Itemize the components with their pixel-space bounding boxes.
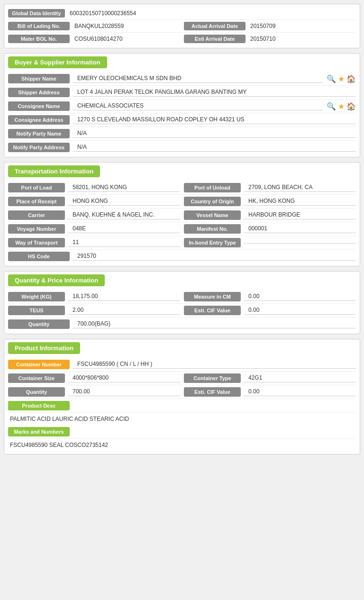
notify-party-name-value: N/A [73, 130, 356, 138]
container-size-type-row: Container Size 4000*806*800 Container Ty… [8, 372, 356, 385]
in-bond-entry-half: In-bond Entry Type [184, 238, 356, 247]
product-cif-half: Esti. CIF Value 0.00 [184, 387, 356, 397]
voyage-number-value: 048E [68, 225, 180, 233]
notify-party-address-row: Notify Party Address N/A [8, 141, 356, 154]
bill-of-lading-half: Bill of Lading No. BANQKUL2028559 [8, 22, 180, 30]
in-bond-entry-label: In-bond Entry Type [184, 238, 241, 247]
search-icon-2[interactable]: 🔍 [327, 102, 336, 111]
port-of-unload-label: Port of Unload [184, 183, 241, 192]
product-cif-label: Esti. CIF Value [184, 387, 241, 397]
port-load-unload-row: Port of Load 58201, HONG KONG Port of Un… [8, 181, 356, 195]
search-icon[interactable]: 🔍 [327, 74, 336, 83]
port-of-unload-half: Port of Unload 2709, LONG BEACH, CA [184, 183, 356, 192]
weight-kg-half: Weight (KG) 18,175.00 [8, 292, 180, 301]
marks-numbers-label: Marks and Numbers [8, 427, 70, 436]
esti-cif-half: Esti. CIF Value 0.00 [184, 306, 356, 315]
product-desc-value: PALMITIC ACID LAURIC ACID STEARIC ACID [8, 413, 356, 425]
star-icon[interactable]: ★ [338, 74, 345, 83]
shipper-name-label: Shipper Name [8, 74, 70, 83]
way-of-transport-value: 11 [68, 239, 180, 247]
container-type-value: 42G1 [244, 374, 356, 382]
transportation-title: Transportation Information [8, 165, 100, 177]
teus-label: TEUS [8, 306, 65, 315]
global-data-value: 600320150710000236554 [65, 10, 136, 17]
place-of-receipt-value: HONG KONG [68, 198, 180, 206]
measure-cm-value: 0.00 [244, 293, 356, 301]
buyer-supplier-header: Buyer & Supplier Information [8, 56, 356, 68]
port-of-load-value: 58201, HONG KONG [68, 184, 180, 192]
voyage-number-label: Voyage Number [8, 224, 65, 234]
notify-party-address-label: Notify Party Address [8, 143, 70, 152]
place-of-receipt-half: Place of Receipt HONG KONG [8, 197, 180, 206]
manifest-no-half: Manifest No. 000001 [184, 224, 356, 234]
shipper-name-value: EMERY OLEOCHEMICALS M SDN BHD [73, 75, 323, 83]
quantity-price-card: Quantity & Price Information Weight (KG)… [4, 271, 360, 334]
esti-cif-label: Esti. CIF Value [184, 306, 241, 315]
container-size-label: Container Size [8, 373, 65, 383]
voyage-number-half: Voyage Number 048E [8, 224, 180, 234]
port-of-unload-value: 2709, LONG BEACH, CA [244, 184, 356, 192]
mater-bol-label: Mater BOL No. [8, 35, 70, 43]
consignee-name-label: Consignee Name [8, 101, 70, 111]
product-desc-row: Product Desc [8, 399, 356, 413]
transportation-card: Transportation Information Port of Load … [4, 162, 360, 266]
transportation-header: Transportation Information [8, 165, 356, 177]
shipper-address-row: Shipper Address LOT 4 JALAN PERAK TELOK … [8, 86, 356, 100]
place-of-receipt-label: Place of Receipt [8, 197, 65, 206]
notify-party-name-label: Notify Party Name [8, 129, 70, 138]
product-header: Product Information [8, 342, 356, 354]
consignee-name-row: Consignee Name CHEMICAL ASSOCIATES 🔍 ★ 🏠 [8, 100, 356, 113]
hs-code-row: HS Code 291570 [8, 250, 356, 263]
mater-esti-row: Mater BOL No. COSU6108014270 Esti Arriva… [8, 33, 356, 45]
bill-of-lading-value: BANQKUL2028559 [70, 23, 124, 29]
identity-card: Global Data Identity 6003201507100002365… [4, 4, 360, 48]
mater-bol-value: COSU6108014270 [70, 36, 122, 42]
home-icon-2[interactable]: 🏠 [346, 102, 356, 111]
measure-cm-label: Measure in CM [184, 292, 241, 301]
consignee-address-row: Consignee Address 1270 S CLEVELAND MASSI… [8, 113, 356, 127]
notify-party-address-value: N/A [73, 144, 356, 152]
container-type-half: Container Type 42G1 [184, 373, 356, 383]
product-title: Product Information [8, 342, 80, 354]
port-of-load-label: Port of Load [8, 183, 65, 192]
voyage-manifest-row: Voyage Number 048E Manifest No. 000001 [8, 222, 356, 236]
hs-code-label: HS Code [8, 252, 70, 261]
buyer-supplier-card: Buyer & Supplier Information Shipper Nam… [4, 53, 360, 157]
notify-party-name-row: Notify Party Name N/A [8, 127, 356, 141]
carrier-half: Carrier BANQ, KUEHNE & NAGEL INC. [8, 210, 180, 220]
consignee-name-icons: 🔍 ★ 🏠 [327, 102, 356, 111]
vessel-name-half: Vessel Name HARBOUR BRIDGE [184, 210, 356, 220]
weight-measure-row: Weight (KG) 18,175.00 Measure in CM 0.00 [8, 290, 356, 304]
actual-arrival-half: Actual Arrival Date 20150709 [184, 22, 356, 30]
carrier-value: BANQ, KUEHNE & NAGEL INC. [68, 211, 180, 219]
product-qty-value: 700.00 [68, 388, 180, 396]
consignee-name-value: CHEMICAL ASSOCIATES [73, 102, 323, 110]
country-of-origin-value: HK, HONG KONG [244, 198, 356, 206]
home-icon[interactable]: 🏠 [346, 74, 356, 83]
marks-numbers-row: Marks and Numbers [8, 425, 356, 439]
quantity-price-title: Quantity & Price Information [8, 274, 105, 286]
country-of-origin-half: Country of Origin HK, HONG KONG [184, 197, 356, 206]
manifest-no-value: 000001 [244, 225, 356, 233]
esti-arrival-value: 20150710 [246, 36, 275, 42]
carrier-vessel-row: Carrier BANQ, KUEHNE & NAGEL INC. Vessel… [8, 209, 356, 222]
star-icon-2[interactable]: ★ [338, 102, 345, 111]
vessel-name-label: Vessel Name [184, 210, 241, 220]
quantity-value: 700.00(BAG) [73, 320, 356, 328]
port-of-load-half: Port of Load 58201, HONG KONG [8, 183, 180, 192]
measure-cm-half: Measure in CM 0.00 [184, 292, 356, 301]
consignee-address-label: Consignee Address [8, 115, 70, 125]
way-of-transport-half: Way of Transport 11 [8, 238, 180, 247]
vessel-name-value: HARBOUR BRIDGE [244, 211, 356, 219]
receipt-origin-row: Place of Receipt HONG KONG Country of Or… [8, 195, 356, 209]
in-bond-entry-value [244, 242, 356, 244]
product-qty-label: Quantity [8, 387, 65, 397]
product-qty-half: Quantity 700.00 [8, 387, 180, 397]
esti-cif-value: 0.00 [244, 307, 356, 315]
way-of-transport-label: Way of Transport [8, 238, 65, 247]
container-number-row: Container Number FSCU4985590 ( CN / L / … [8, 358, 356, 372]
bill-of-lading-label: Bill of Lading No. [8, 22, 70, 30]
carrier-label: Carrier [8, 210, 65, 220]
quantity-row: Quantity 700.00(BAG) [8, 318, 356, 331]
shipper-address-value: LOT 4 JALAN PERAK TELOK PANGLIMA GARANG … [73, 89, 356, 97]
